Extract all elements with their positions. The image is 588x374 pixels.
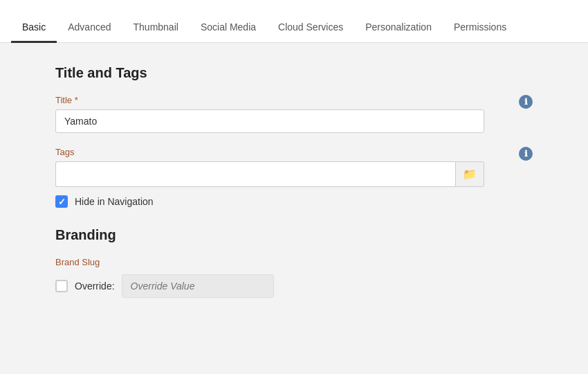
override-input[interactable] [122,274,274,298]
branding-heading: Branding [55,227,533,243]
title-and-tags-section: Title and Tags ℹ Title * ℹ Tags 📁 ✓ [55,65,533,208]
folder-icon: 📁 [463,168,477,181]
checkmark-icon: ✓ [58,197,66,206]
tags-input[interactable] [55,161,455,187]
title-field-group: ℹ Title * [55,95,533,133]
tab-basic[interactable]: Basic [11,13,57,43]
branding-section: Branding Brand Slug Override: [55,227,533,298]
tags-folder-button[interactable]: 📁 [455,161,484,187]
tab-bar: Basic Advanced Thumbnail Social Media Cl… [0,0,588,43]
override-row: Override: [55,274,533,298]
hide-in-navigation-label: Hide in Navigation [75,196,154,207]
tags-field-group: ℹ Tags 📁 [55,147,533,187]
tab-thumbnail[interactable]: Thumbnail [122,13,190,43]
tab-permissions[interactable]: Permissions [443,13,517,43]
hide-in-navigation-row: ✓ Hide in Navigation [55,195,533,208]
title-and-tags-heading: Title and Tags [55,65,533,81]
tab-personalization[interactable]: Personalization [354,13,443,43]
override-label: Override: [75,280,115,292]
hide-in-navigation-checkbox[interactable]: ✓ [55,195,68,208]
tags-input-row: 📁 [55,161,484,187]
tab-advanced[interactable]: Advanced [57,13,122,43]
title-label: Title * [55,95,533,105]
brand-slug-label: Brand Slug [55,257,533,267]
tags-info-icon[interactable]: ℹ [519,147,533,161]
title-info-icon[interactable]: ℹ [519,95,533,109]
tab-cloud-services[interactable]: Cloud Services [267,13,354,43]
main-content: Title and Tags ℹ Title * ℹ Tags 📁 ✓ [0,43,588,320]
tab-social-media[interactable]: Social Media [190,13,267,43]
title-input[interactable] [55,109,484,133]
tags-label: Tags [55,147,533,157]
override-checkbox[interactable] [55,280,68,292]
